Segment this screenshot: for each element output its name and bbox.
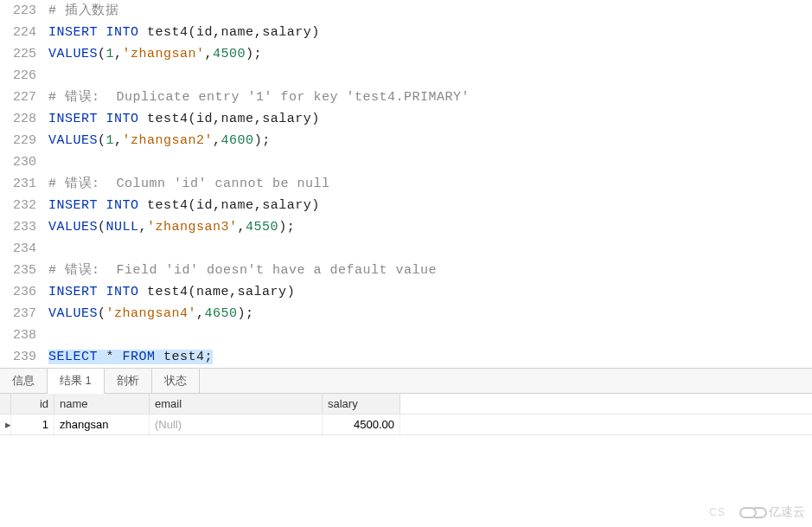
code-line[interactable]: 227# 错误: Duplicate entry '1' for key 'te… bbox=[0, 87, 812, 108]
code-line[interactable]: 231# 错误: Column 'id' cannot be null bbox=[0, 173, 812, 195]
tab-0[interactable]: 信息 bbox=[0, 369, 48, 393]
col-header-id[interactable]: id bbox=[11, 394, 54, 414]
row-marker-icon: ▸ bbox=[0, 415, 11, 434]
code-line[interactable]: 228INSERT INTO test4(id,name,salary) bbox=[0, 108, 812, 130]
code-content[interactable]: SELECT * FROM test4; bbox=[48, 346, 812, 368]
code-line[interactable]: 224INSERT INTO test4(id,name,salary) bbox=[0, 22, 812, 43]
token-pn bbox=[98, 350, 106, 364]
token-pn: ( bbox=[98, 133, 106, 148]
token-cmt: # 错误: Duplicate entry '1' for key 'test4… bbox=[48, 90, 470, 105]
token-pn bbox=[98, 198, 106, 213]
line-number: 236 bbox=[0, 281, 48, 303]
cell-id[interactable]: 1 bbox=[11, 415, 54, 434]
token-id: name bbox=[221, 198, 254, 213]
line-number: 224 bbox=[0, 22, 48, 43]
code-line[interactable]: 238 bbox=[0, 325, 812, 346]
token-pn: ( bbox=[189, 112, 197, 126]
code-line[interactable]: 233VALUES(NULL,'zhangsan3',4550); bbox=[0, 216, 812, 238]
line-number: 229 bbox=[0, 130, 48, 151]
code-content[interactable]: # 错误: Duplicate entry '1' for key 'test4… bbox=[48, 87, 812, 108]
table-row[interactable]: ▸ 1 zhangsan (Null) 4500.00 bbox=[0, 415, 812, 435]
cell-email[interactable]: (Null) bbox=[150, 415, 323, 434]
watermark-text: 亿速云 bbox=[769, 505, 805, 520]
token-pn: , bbox=[213, 198, 221, 213]
row-marker-header bbox=[0, 394, 11, 414]
code-content[interactable]: # 错误: Field 'id' doesn't have a default … bbox=[48, 260, 812, 281]
token-cmt: # 错误: Column 'id' cannot be null bbox=[48, 177, 330, 191]
code-content[interactable] bbox=[48, 151, 812, 173]
code-content[interactable] bbox=[48, 325, 812, 346]
result-grid[interactable]: id name email salary ▸ 1 zhangsan (Null)… bbox=[0, 394, 812, 435]
code-line[interactable]: 225VALUES(1,'zhangsan',4500); bbox=[0, 43, 812, 65]
token-pn: , bbox=[213, 112, 221, 126]
code-content[interactable]: VALUES(1,'zhangsan2',4600); bbox=[48, 130, 812, 151]
token-num: 1 bbox=[106, 47, 115, 61]
token-kw: INTO bbox=[106, 25, 139, 40]
token-kw: VALUES bbox=[48, 133, 98, 148]
code-line[interactable]: 237VALUES('zhangsan4',4650); bbox=[0, 303, 812, 325]
token-pn: ) bbox=[311, 198, 320, 213]
code-line[interactable]: 234 bbox=[0, 238, 812, 260]
token-id: test4 bbox=[139, 285, 189, 299]
tab-3[interactable]: 状态 bbox=[152, 369, 200, 393]
token-id: id bbox=[196, 25, 213, 40]
token-num: 4650 bbox=[205, 306, 238, 321]
token-pn: , bbox=[196, 306, 205, 321]
token-str: 'zhangsan4' bbox=[106, 306, 197, 321]
token-pn: , bbox=[213, 133, 221, 148]
token-num: 1 bbox=[106, 133, 115, 148]
token-pn: , bbox=[213, 25, 221, 40]
code-line[interactable]: 235# 错误: Field 'id' doesn't have a defau… bbox=[0, 260, 812, 281]
code-content[interactable]: VALUES(NULL,'zhangsan3',4550); bbox=[48, 216, 812, 238]
token-id: salary bbox=[262, 198, 311, 213]
line-number: 239 bbox=[0, 346, 48, 368]
col-header-name[interactable]: name bbox=[54, 394, 150, 414]
code-content[interactable]: VALUES('zhangsan4',4650); bbox=[48, 303, 812, 325]
code-content[interactable]: INSERT INTO test4(id,name,salary) bbox=[48, 195, 812, 216]
code-content[interactable]: # 错误: Column 'id' cannot be null bbox=[48, 173, 812, 195]
code-content[interactable]: INSERT INTO test4(id,name,salary) bbox=[48, 108, 812, 130]
token-pn: , bbox=[254, 112, 263, 126]
code-line[interactable]: 232INSERT INTO test4(id,name,salary) bbox=[0, 195, 812, 216]
token-id: test4 bbox=[156, 350, 205, 364]
token-kw: VALUES bbox=[48, 220, 98, 235]
code-line[interactable]: 230 bbox=[0, 151, 812, 173]
token-kw: VALUES bbox=[48, 306, 98, 321]
code-line[interactable]: 239SELECT * FROM test4; bbox=[0, 346, 812, 368]
token-str: 'zhangsan' bbox=[123, 47, 205, 61]
code-content[interactable]: INSERT INTO test4(name,salary) bbox=[48, 281, 812, 303]
code-content[interactable]: VALUES(1,'zhangsan',4500); bbox=[48, 43, 812, 65]
line-number: 235 bbox=[0, 260, 48, 281]
code-content[interactable] bbox=[48, 65, 812, 87]
token-id: test4 bbox=[139, 198, 189, 213]
token-kw: NULL bbox=[106, 220, 139, 235]
token-pn: ); bbox=[238, 306, 254, 321]
code-content[interactable]: INSERT INTO test4(id,name,salary) bbox=[48, 22, 812, 43]
col-header-salary[interactable]: salary bbox=[323, 394, 400, 414]
code-line[interactable]: 236INSERT INTO test4(name,salary) bbox=[0, 281, 812, 303]
token-id: test4 bbox=[139, 112, 189, 126]
cell-name[interactable]: zhangsan bbox=[54, 415, 150, 434]
line-number: 230 bbox=[0, 151, 48, 173]
tab-1[interactable]: 结果 1 bbox=[48, 369, 105, 394]
token-cmt: # 错误: Field 'id' doesn't have a default … bbox=[48, 263, 437, 278]
token-id: salary bbox=[262, 112, 311, 126]
col-header-email[interactable]: email bbox=[150, 394, 323, 414]
token-pn: ); bbox=[246, 47, 262, 61]
token-id: id bbox=[196, 112, 213, 126]
token-pn: , bbox=[114, 133, 123, 148]
code-line[interactable]: 223# 插入数据 bbox=[0, 0, 812, 22]
token-pn: , bbox=[254, 198, 263, 213]
token-pn: ( bbox=[189, 25, 197, 40]
token-pn: ( bbox=[189, 198, 197, 213]
code-content[interactable] bbox=[48, 238, 812, 260]
token-str: 'zhangsan3' bbox=[147, 220, 238, 235]
code-line[interactable]: 226 bbox=[0, 65, 812, 87]
code-content[interactable]: # 插入数据 bbox=[48, 0, 812, 22]
tab-2[interactable]: 剖析 bbox=[105, 369, 152, 393]
cell-salary[interactable]: 4500.00 bbox=[323, 415, 400, 434]
code-line[interactable]: 229VALUES(1,'zhangsan2',4600); bbox=[0, 130, 812, 151]
code-editor[interactable]: 223# 插入数据224INSERT INTO test4(id,name,sa… bbox=[0, 0, 812, 368]
token-pn: ); bbox=[278, 220, 295, 235]
grid-header-row: id name email salary bbox=[0, 394, 812, 415]
